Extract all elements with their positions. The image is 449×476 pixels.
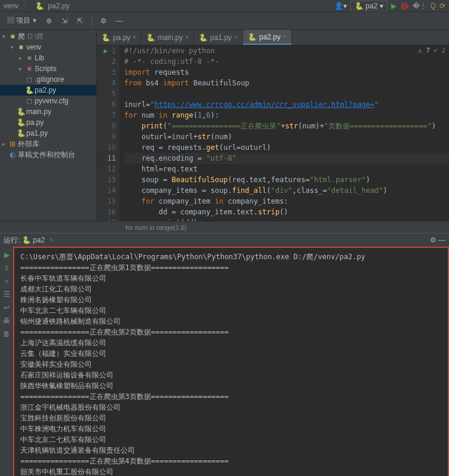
user-icon[interactable]: 👤▾	[334, 2, 347, 10]
close-icon[interactable]: ×	[49, 236, 53, 244]
layout-icon[interactable]: ☰	[2, 290, 11, 299]
select-opened-file-icon[interactable]: ⊕	[42, 16, 56, 26]
expand-all-icon[interactable]: ⇲	[58, 16, 71, 26]
project-dropdown[interactable]: ▤ 项目 ▾	[4, 14, 40, 27]
console-output[interactable]: C:\Users\惠普\AppData\Local\Programs\Pytho…	[13, 247, 449, 476]
tree-root[interactable]: ▾■ 爬 D:\爬	[0, 31, 96, 42]
editor-area: 🐍pa.py×🐍main.py×🐍pa1.py×🐍pa2.py× ⚠ 7 ✔ 2…	[97, 30, 449, 221]
tree-pa[interactable]: 🐍 pa.py	[0, 117, 96, 128]
editor-tabs: 🐍pa.py×🐍main.py×🐍pa1.py×🐍pa2.py×	[97, 30, 449, 45]
run-tool-window: 运行: 🐍 pa2 × ⚙ — ▶ ⇩ ■ ☰ ↩ 🖶 🗑 C:\Users\惠…	[0, 233, 449, 476]
python-file-icon: 🐍	[22, 236, 31, 244]
stop-icon[interactable]: ⇩	[2, 263, 11, 273]
breadcrumb-root[interactable]: venv	[4, 2, 19, 10]
more-run-icon[interactable]: �⋮	[413, 2, 427, 10]
tab-pa2-py[interactable]: 🐍pa2.py×	[243, 30, 292, 45]
gear-icon[interactable]: ⚙	[97, 16, 110, 26]
hide-icon[interactable]: —	[113, 16, 127, 26]
close-icon[interactable]: ×	[185, 34, 189, 41]
project-toolbar: ▤ 项目 ▾ ⊕ ⇲ ⇱ ⚙ —	[0, 12, 449, 30]
tab-pa-py[interactable]: 🐍pa.py×	[97, 30, 142, 45]
collapse-all-icon[interactable]: ⇱	[73, 16, 87, 26]
trash-icon[interactable]: 🗑	[2, 329, 11, 339]
tree-pa1[interactable]: 🐍 pa1.py	[0, 128, 96, 139]
stop-square-icon[interactable]: ■	[2, 277, 11, 286]
tree-lib[interactable]: ▸■ Lib	[0, 53, 96, 63]
print-icon[interactable]: 🖶	[2, 316, 11, 325]
python-file-icon: 🐍	[248, 33, 257, 41]
close-icon[interactable]: ×	[283, 33, 287, 40]
rerun-icon[interactable]: ▶	[2, 250, 11, 260]
tree-scratches[interactable]: ◐ 草稿文件和控制台	[0, 149, 96, 160]
run-tab[interactable]: pa2	[33, 236, 45, 244]
python-file-icon: 🐍	[199, 33, 208, 42]
code-editor[interactable]: ⚠ 7 ✔ 2 ▶1234567891011121314151617 #!/us…	[97, 45, 449, 221]
tree-main[interactable]: 🐍 main.py	[0, 106, 96, 117]
tab-pa1-py[interactable]: 🐍pa1.py×	[194, 30, 243, 45]
tree-venv[interactable]: ▾■ venv	[0, 42, 96, 53]
tree-pa2[interactable]: 🐍 pa2.py	[0, 85, 96, 96]
python-file-icon: 🐍	[102, 33, 110, 42]
breadcrumb-file[interactable]: pa2.py	[48, 2, 69, 10]
run-title: 运行:	[4, 236, 20, 244]
updates-icon[interactable]: ⟳	[439, 2, 445, 10]
breadcrumb-strip: for num in range(1,6)	[0, 221, 449, 233]
soft-wrap-icon[interactable]: ↩	[2, 303, 11, 312]
tree-pyvenv[interactable]: ◻ pyvenv.cfg	[0, 96, 96, 106]
run-icon[interactable]: ▶	[391, 2, 396, 10]
tree-gitignore[interactable]: ◻ .gitignore	[0, 74, 96, 85]
chevron-right-icon: 〉	[23, 1, 30, 11]
gear-icon[interactable]: ⚙ —	[430, 236, 445, 244]
run-config-selector[interactable]: 🐍 pa2 ▾	[350, 1, 388, 11]
search-icon[interactable]: Q	[430, 2, 436, 10]
tab-main-py[interactable]: 🐍main.py×	[142, 30, 194, 45]
python-file-icon: 🐍	[146, 33, 155, 42]
debug-icon[interactable]: 🐞	[400, 2, 409, 10]
inspection-badge[interactable]: ⚠ 7 ✔ 2	[418, 47, 445, 54]
project-tree: ▾■ 爬 D:\爬 ▾■ venv ▸■ Lib ▸■ Scripts ◻ .g…	[0, 30, 97, 221]
close-icon[interactable]: ×	[133, 34, 136, 41]
breadcrumb-bar: venv 〉 🐍 pa2.py 👤▾ 🐍 pa2 ▾ ▶ 🐞 �⋮ Q ⟳	[0, 0, 449, 12]
tree-scripts[interactable]: ▸■ Scripts	[0, 63, 96, 74]
run-toolbar: ▶ ⇩ ■ ☰ ↩ 🖶 🗑	[0, 247, 13, 476]
close-icon[interactable]: ×	[234, 34, 238, 41]
tree-external-libs[interactable]: ▸⊞ 外部库	[0, 139, 96, 149]
python-file-icon: 🐍	[35, 2, 44, 10]
